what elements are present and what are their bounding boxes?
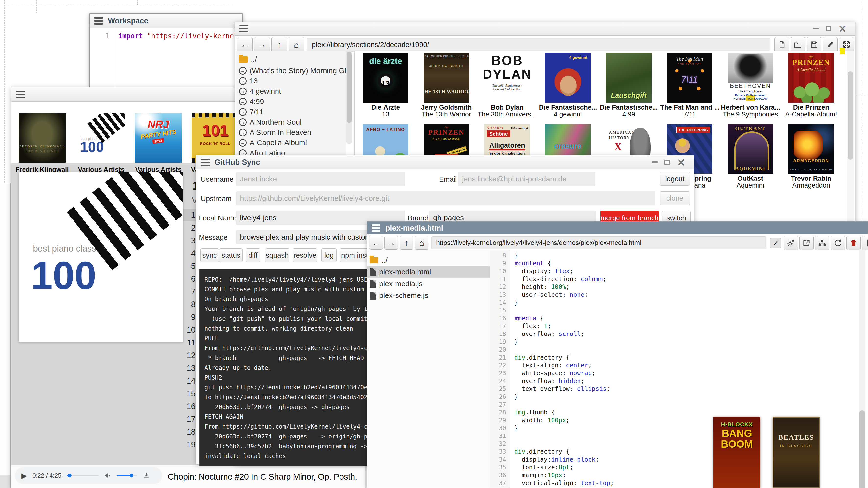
git-sync-button[interactable]: sync (200, 248, 219, 262)
plex-list-item[interactable]: →4:99 (239, 96, 264, 107)
volume-slider[interactable] (117, 475, 137, 476)
upstream-field[interactable]: https://github.com/LivelyKernel/lively4-… (236, 191, 655, 206)
album-cover[interactable]: Lauschgift (606, 53, 652, 102)
up-button[interactable]: ↑ (271, 37, 287, 52)
git-status-button[interactable]: status (219, 248, 243, 262)
audio-controls[interactable]: ▶ 0:22 / 4:25 (15, 467, 162, 484)
message-label: Message (199, 234, 228, 242)
workspace-editor[interactable]: 1 import "https://lively-kernel.or (90, 28, 242, 88)
maximize-button[interactable] (826, 26, 832, 31)
cover-text: THE 13TH WARRIOR (424, 89, 469, 95)
logout-button[interactable]: logout (660, 172, 690, 186)
album-cover[interactable]: NRJPARTY HITS2013 (135, 113, 182, 162)
album-cover[interactable]: OUTKASTAQUEMINI (727, 124, 773, 174)
back-button[interactable]: ← (369, 236, 383, 250)
album-cover[interactable]: diePRINZENA-Capella-Album! (788, 53, 834, 102)
volume-handle[interactable] (129, 474, 133, 478)
plex-list-label: A Northern Soul (250, 118, 302, 126)
plex-list-item[interactable]: →(What's the Story) Morning Glory? (239, 65, 346, 76)
download-icon[interactable] (143, 472, 150, 479)
username-label: Username (201, 175, 234, 183)
album-cover[interactable]: The Fat ManAND TEAM FAT7\11 (667, 53, 712, 102)
album-cover[interactable]: ARMAGEDDONMUSIC BY TREVOR RABIN (788, 124, 834, 174)
album-cover[interactable]: BEETHOVENThe 9 SymphoniesBerliner Philha… (727, 53, 773, 102)
home-button[interactable]: ⌂ (415, 236, 429, 250)
circle-arrow-icon: → (239, 139, 247, 147)
sitemap-button[interactable] (815, 236, 829, 250)
git-diff-button[interactable]: diff (246, 248, 260, 262)
folder-button[interactable] (790, 37, 805, 52)
menu-icon[interactable] (16, 91, 25, 98)
minimize-button[interactable] (813, 28, 819, 29)
auto-save-checkbox[interactable]: ✓ (770, 238, 781, 248)
plex-list-item[interactable]: →7/11 (239, 107, 263, 117)
editor-titlebar[interactable]: plex-media.html (367, 222, 868, 235)
workspace-titlebar[interactable]: Workspace (90, 14, 242, 28)
menu-icon[interactable] (94, 17, 103, 25)
plex-list-item[interactable]: →A Northern Soul (239, 117, 302, 127)
album-cover[interactable]: H-BLOCKXBANGBOOM (713, 417, 761, 488)
editor-file-item[interactable]: ../ (367, 254, 490, 266)
album-artist: OutKast (721, 175, 780, 182)
plex-list-item[interactable]: →4 gewinnt (239, 86, 281, 96)
play-icon[interactable]: ▶ (21, 471, 27, 480)
close-button[interactable]: × (838, 25, 847, 32)
big-album-cover[interactable]: best piano classics100 (19, 172, 183, 342)
save-button[interactable] (807, 37, 822, 52)
album-cover[interactable]: FREDRIK KLINGWALLTHE RESILIENCE (19, 113, 66, 162)
album-cover[interactable]: BOBDYLANThe 30th Anniversary Concert Cel… (484, 53, 530, 102)
code-line[interactable]: import "https://lively-kernel.or (118, 32, 250, 40)
git-log-button[interactable]: log (321, 248, 337, 262)
album-cover[interactable]: 4 gewinnt (545, 53, 591, 102)
new-file-button[interactable] (862, 236, 868, 250)
menu-icon[interactable] (201, 159, 210, 166)
list-scrollbar[interactable] (346, 51, 352, 144)
editor-file-item[interactable]: plex-media.html (367, 266, 490, 278)
edit-button[interactable] (823, 37, 838, 52)
editor-file-item[interactable]: plex-scheme.js (367, 290, 490, 301)
progress-slider[interactable] (67, 475, 98, 476)
address-bar[interactable]: https://lively-kernel.org/lively4/lively… (431, 236, 766, 249)
settings-button[interactable] (784, 236, 798, 250)
maximize-button[interactable] (664, 160, 670, 164)
cover-text: AFRO ~ LATINO (366, 127, 405, 132)
back-button[interactable]: ← (237, 37, 253, 52)
album-cover[interactable]: die ärzte13 (363, 53, 408, 102)
album-artist: Die Ärzte (356, 104, 415, 111)
forward-button[interactable]: → (254, 37, 270, 52)
plex-list-item[interactable]: →A Storm In Heaven (239, 127, 311, 138)
github-titlebar[interactable]: GitHub Sync × (196, 155, 694, 169)
refresh-button[interactable] (831, 236, 845, 250)
username-field[interactable]: JensLincke (236, 172, 405, 186)
editor-scrollbar[interactable] (859, 250, 865, 488)
forward-button[interactable]: → (384, 236, 398, 250)
editor-file-item[interactable]: plex-media.js (367, 278, 490, 289)
close-button[interactable]: × (677, 159, 686, 165)
progress-handle[interactable] (68, 474, 71, 478)
home-button[interactable]: ⌂ (288, 37, 304, 52)
album-cover[interactable]: BEATLESIN CLASSICS (773, 417, 820, 488)
minimize-button[interactable] (652, 161, 658, 163)
clone-button[interactable]: clone (660, 191, 690, 205)
cover-text: THE OFFSPRING (676, 126, 710, 133)
album-cover[interactable]: ORIGINAL MOTION PICTURE SOUNDTRACKJERRY … (424, 53, 469, 102)
git-squash-button[interactable]: squash (265, 248, 289, 262)
email-field[interactable]: jens.lincke@hpi.uni-potsdam.de (458, 172, 595, 186)
delete-button[interactable] (846, 236, 861, 250)
address-bar[interactable]: plex://library/sections/2/decade/1990/ (307, 37, 770, 52)
localname-label: Local Name (199, 214, 237, 222)
open-external-button[interactable] (799, 236, 813, 250)
git-resolve-button[interactable]: resolve (293, 248, 317, 262)
plex-list-item[interactable]: ../ (239, 54, 257, 64)
speaker-icon[interactable] (104, 472, 111, 479)
up-button[interactable]: ↑ (400, 236, 413, 250)
code-line: font-size:8pt; (514, 463, 574, 471)
menu-icon[interactable] (372, 224, 380, 232)
plex-titlebar[interactable]: × (235, 22, 855, 36)
plex-list-item[interactable]: →13 (239, 76, 258, 86)
new-file-button[interactable] (774, 37, 789, 52)
album-cover[interactable]: best piano classics100 (78, 113, 125, 162)
line-number: 36 (492, 471, 506, 479)
plex-list-item[interactable]: →A-Capella-Album! (239, 138, 307, 148)
menu-icon[interactable] (240, 25, 248, 32)
